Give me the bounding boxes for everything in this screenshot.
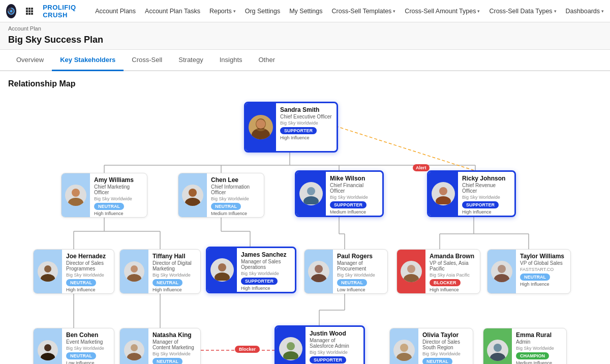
page-title: Big Sky Success Plan (8, 35, 602, 45)
card-ricky[interactable]: Ricky Johnson Chief Revenue Officer Big … (427, 170, 516, 217)
svg-point-66 (283, 351, 298, 359)
org-chart: Alert Blocker Sandra Smith Chief Executi… (25, 97, 585, 364)
svg-rect-4 (31, 8, 33, 10)
card-mike[interactable]: Mike Wilson Chief Financial Officer Big … (295, 170, 384, 217)
svg-point-59 (498, 265, 506, 273)
svg-point-41 (72, 189, 80, 197)
nav-account-plans[interactable]: Account Plans (95, 8, 136, 15)
top-navigation: Account Plans Account Plan Tasks Reports… (95, 8, 604, 15)
svg-point-53 (218, 263, 226, 271)
svg-rect-7 (31, 10, 33, 12)
app-name: PROLIFIQ CRUSH (43, 4, 86, 19)
nav-reports[interactable]: Reports ▾ (209, 8, 236, 15)
alert-badge: Alert (413, 164, 430, 171)
svg-point-43 (189, 189, 197, 197)
tab-overview[interactable]: Overview (8, 50, 52, 71)
tab-insights[interactable]: Insights (211, 50, 251, 71)
tab-strategy[interactable]: Strategy (170, 50, 211, 71)
card-sandra[interactable]: Sandra Smith Chief Executive Officer Big… (244, 102, 338, 153)
card-justin[interactable]: Justin Wood Manager of Salesforce Admin … (274, 325, 365, 364)
svg-point-56 (311, 274, 326, 282)
svg-point-60 (494, 274, 509, 282)
svg-point-57 (407, 265, 415, 273)
svg-rect-6 (28, 10, 30, 12)
card-emma[interactable]: Emma Rural Admin Big Sky Worldwide CHAMP… (483, 328, 567, 364)
card-james[interactable]: James Sanchez Manager of Sales Operation… (206, 247, 296, 293)
svg-point-49 (44, 265, 51, 272)
svg-point-1 (10, 10, 13, 12)
card-tiffany[interactable]: Tiffany Hall Director of Digital Marketi… (119, 249, 201, 294)
svg-point-47 (439, 187, 447, 195)
svg-point-64 (127, 353, 141, 360)
card-paul[interactable]: Paul Rogers Manager of Procurement Big S… (304, 249, 388, 294)
nav-org-settings[interactable]: Org Settings (245, 8, 280, 15)
card-amy[interactable]: Amy Williams Chief Marketing Officer Big… (61, 173, 147, 218)
grid-icon[interactable] (25, 7, 34, 15)
card-taylor[interactable]: Taylor Williams VP of Global Sales FASTS… (487, 249, 571, 294)
svg-point-55 (315, 265, 323, 273)
svg-rect-2 (26, 8, 28, 10)
blocker-label: Blocker (235, 346, 260, 353)
tab-key-stakeholders[interactable]: Key Stakeholders (52, 50, 124, 71)
svg-point-50 (41, 274, 55, 282)
svg-point-67 (400, 344, 408, 352)
svg-point-65 (287, 342, 295, 350)
nav-cross-sell-data[interactable]: Cross-Sell Data Types ▾ (489, 8, 556, 15)
svg-point-68 (396, 353, 412, 361)
svg-point-48 (436, 196, 451, 204)
card-chen[interactable]: Chen Lee Chief Information Officer Big S… (178, 173, 264, 218)
card-natasha[interactable]: Natasha King Manager of Content Marketin… (119, 328, 201, 364)
svg-point-44 (185, 198, 200, 206)
card-joe[interactable]: Joe Hernadez Director of Sales Programme… (33, 249, 114, 294)
svg-line-37 (336, 126, 474, 170)
svg-point-58 (404, 274, 419, 282)
svg-point-46 (303, 196, 319, 204)
tab-other[interactable]: Other (251, 50, 284, 71)
nav-cross-sell-templates[interactable]: Cross-Sell Templates ▾ (331, 8, 395, 15)
svg-point-63 (131, 344, 138, 351)
svg-rect-8 (26, 13, 28, 15)
svg-point-61 (44, 344, 51, 351)
svg-point-62 (41, 353, 55, 360)
topbar: PROLIFIQ CRUSH Account Plans Account Pla… (0, 0, 610, 22)
tabs-bar: Overview Key Stakeholders Cross-Sell Str… (0, 50, 610, 71)
breadcrumb: Account Plan (0, 22, 610, 33)
page-title-bar: Big Sky Success Plan (0, 33, 610, 50)
svg-point-54 (215, 272, 230, 281)
svg-point-52 (127, 274, 141, 282)
nav-cross-sell-amount[interactable]: Cross-Sell Amount Types ▾ (405, 8, 480, 15)
card-olivia[interactable]: Olivia Taylor Director of Sales South Re… (389, 328, 473, 364)
section-title: Relationship Map (8, 79, 602, 88)
svg-rect-10 (31, 13, 33, 15)
svg-rect-3 (28, 8, 30, 10)
svg-point-51 (131, 265, 138, 272)
app-logo (6, 4, 16, 18)
nav-dashboards[interactable]: Dashboards ▾ (566, 8, 604, 15)
card-ben[interactable]: Ben Cohen Event Marketing Big Sky Worldw… (33, 328, 114, 364)
svg-point-45 (307, 187, 315, 195)
svg-rect-9 (28, 13, 30, 15)
svg-point-70 (490, 353, 505, 361)
nav-account-plan-tasks[interactable]: Account Plan Tasks (145, 8, 200, 15)
card-amanda[interactable]: Amanda Brown VP of Sales, Asia Pacific B… (396, 249, 480, 294)
main-content: Relationship Map (0, 71, 610, 364)
nav-my-settings[interactable]: My Settings (289, 8, 322, 15)
svg-point-69 (494, 344, 502, 352)
svg-rect-5 (26, 10, 28, 12)
svg-point-40 (256, 119, 265, 129)
tab-cross-sell[interactable]: Cross-Sell (124, 50, 170, 71)
svg-point-42 (68, 198, 83, 206)
